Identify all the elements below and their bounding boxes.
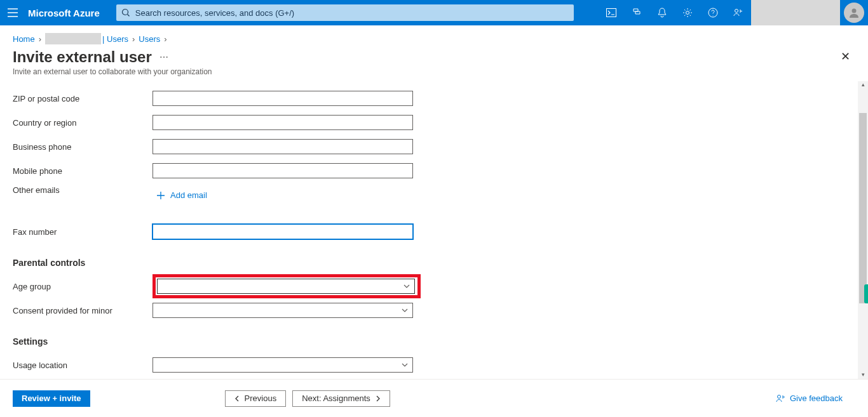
add-email-button[interactable]: Add email <box>156 190 207 200</box>
select-usage-location[interactable] <box>153 357 413 373</box>
form-scroll[interactable]: ZIP or postal code Country or region Bus… <box>0 81 857 379</box>
previous-button[interactable]: Previous <box>225 390 287 407</box>
label-business-phone: Business phone <box>13 142 153 152</box>
chevron-down-icon <box>403 282 410 290</box>
chevron-right-icon <box>374 395 381 402</box>
next-label: Next: Assignments <box>302 394 370 403</box>
label-other-emails: Other emails <box>13 185 153 195</box>
scrollbar-thumb[interactable] <box>859 113 867 303</box>
settings-icon[interactable] <box>675 0 700 25</box>
input-business-phone[interactable] <box>153 139 413 154</box>
chevron-left-icon <box>234 395 241 402</box>
label-age-group: Age group <box>13 282 153 291</box>
scrollbar-track[interactable]: ▴ ▾ <box>858 81 868 379</box>
page-title: Invite external user <box>13 48 152 66</box>
label-zip: ZIP or postal code <box>13 94 153 103</box>
chevron-down-icon <box>401 307 409 314</box>
row-zip: ZIP or postal code <box>13 86 844 110</box>
row-consent: Consent provided for minor <box>13 298 844 322</box>
help-icon[interactable] <box>700 0 726 25</box>
scroll-down-icon[interactable]: ▾ <box>859 371 867 379</box>
input-fax[interactable] <box>153 224 413 239</box>
top-icons <box>599 0 868 25</box>
plus-icon <box>156 191 165 200</box>
avatar[interactable] <box>844 3 864 23</box>
highlight-age-group <box>153 274 421 298</box>
feedback-person-icon <box>776 394 786 404</box>
label-country: Country or region <box>13 118 153 128</box>
breadcrumb: Home › | Users › Users › <box>0 25 868 44</box>
feedback-icon[interactable] <box>726 0 751 25</box>
breadcrumb-users[interactable]: Users <box>139 34 160 44</box>
svg-point-2 <box>686 11 689 15</box>
label-consent: Consent provided for minor <box>13 306 153 315</box>
input-zip[interactable] <box>153 91 413 106</box>
top-bar: Microsoft Azure <box>0 0 868 25</box>
notifications-icon[interactable] <box>649 0 675 25</box>
search-icon <box>121 8 130 17</box>
chevron-right-icon: › <box>164 34 166 44</box>
row-mobile-phone: Mobile phone <box>13 159 844 183</box>
side-tab[interactable] <box>864 284 868 303</box>
previous-label: Previous <box>245 394 277 403</box>
input-country[interactable] <box>153 115 413 130</box>
next-button[interactable]: Next: Assignments <box>292 390 390 407</box>
row-business-phone: Business phone <box>13 135 844 159</box>
section-settings: Settings <box>13 336 844 347</box>
menu-icon[interactable] <box>0 0 25 25</box>
label-mobile-phone: Mobile phone <box>13 166 153 176</box>
feedback-label: Give feedback <box>790 394 843 403</box>
select-consent[interactable] <box>153 303 413 318</box>
label-usage-location: Usage location <box>13 361 153 370</box>
review-invite-button[interactable]: Review + invite <box>13 390 90 407</box>
account-area <box>751 0 840 25</box>
page-header: Invite external user ⋯ Invite an externa… <box>0 44 868 76</box>
svg-point-0 <box>122 10 128 15</box>
row-usage-location: Usage location <box>13 353 844 377</box>
brand-label[interactable]: Microsoft Azure <box>25 8 114 18</box>
svg-point-5 <box>852 9 857 13</box>
breadcrumb-users-suffix[interactable]: | Users <box>102 34 128 44</box>
close-icon[interactable]: ✕ <box>841 50 850 63</box>
cloud-shell-icon[interactable] <box>599 0 624 25</box>
scroll-up-icon[interactable]: ▴ <box>859 81 867 89</box>
svg-point-4 <box>735 10 738 13</box>
directories-icon[interactable] <box>624 0 649 25</box>
svg-rect-1 <box>607 9 616 17</box>
section-parental: Parental controls <box>13 258 844 268</box>
footer: Review + invite Previous Next: Assignmen… <box>0 379 868 417</box>
row-country: Country or region <box>13 110 844 135</box>
breadcrumb-redacted <box>45 33 101 44</box>
content-area: ▴ ▾ ZIP or postal code Country or region… <box>0 81 868 379</box>
input-mobile-phone[interactable] <box>153 163 413 178</box>
label-fax: Fax number <box>13 227 153 237</box>
svg-point-6 <box>777 395 780 398</box>
search-container <box>116 4 574 21</box>
row-other-emails: Other emails Add email <box>13 183 844 213</box>
page-subtitle: Invite an external user to collaborate w… <box>13 67 855 76</box>
chevron-right-icon: › <box>39 34 41 44</box>
give-feedback-link[interactable]: Give feedback <box>776 394 843 404</box>
add-email-label: Add email <box>170 190 207 200</box>
breadcrumb-home[interactable]: Home <box>13 34 35 44</box>
more-icon[interactable]: ⋯ <box>159 52 169 62</box>
row-age-group: Age group <box>13 274 844 298</box>
search-input[interactable] <box>116 4 574 21</box>
chevron-right-icon: › <box>132 34 135 44</box>
row-fax: Fax number <box>13 220 844 244</box>
chevron-down-icon <box>401 361 409 369</box>
select-age-group[interactable] <box>157 279 415 294</box>
